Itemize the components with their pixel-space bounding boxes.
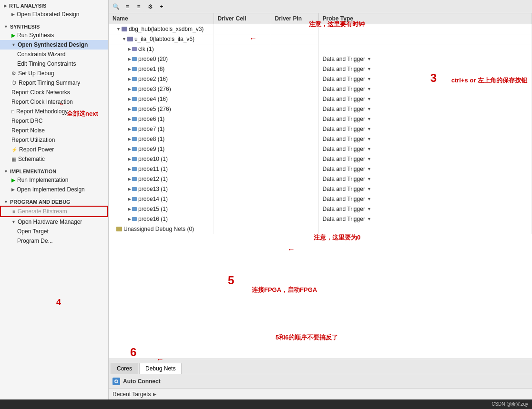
rtl-section-arrow[interactable]: ▶ <box>4 3 7 8</box>
sidebar-item-constraints-wizard[interactable]: Constraints Wizard <box>0 50 108 59</box>
table-row[interactable]: ▶ probe5 (276) Data and Trigger▼ <box>109 104 532 114</box>
dropdown-arrow-icon[interactable]: ▼ <box>367 87 371 91</box>
table-row[interactable]: ▶ probe16 (1) Data and Trigger▼ <box>109 214 532 224</box>
expand-icon[interactable]: ▶ <box>128 167 131 171</box>
recent-targets-label[interactable]: Recent Targets <box>113 391 151 398</box>
expand-icon[interactable]: ▶ <box>128 127 131 131</box>
sidebar-item-run-implementation[interactable]: ▶ Run Implementation <box>0 175 108 185</box>
table-row[interactable]: ▶ probe3 (276) Data and Trigger▼ <box>109 84 532 94</box>
dropdown-arrow-icon[interactable]: ▼ <box>367 197 371 201</box>
sidebar-item-report-timing[interactable]: ⏱ Report Timing Summary <box>0 78 108 88</box>
dropdown-arrow-icon[interactable]: ▼ <box>367 97 371 101</box>
impl-section-arrow[interactable]: ▼ <box>4 169 8 174</box>
prog-section-arrow[interactable]: ▼ <box>4 200 8 204</box>
table-row[interactable]: ▶ probe7 (1) Data and Trigger▼ <box>109 124 532 134</box>
expand-icon[interactable]: ▶ <box>128 197 131 201</box>
sort-button[interactable]: ≡ <box>133 1 144 12</box>
expand-icon[interactable]: ▶ <box>128 217 131 221</box>
expand-icon[interactable]: ▶ <box>128 107 131 111</box>
expand-icon[interactable]: ▶ <box>128 47 131 51</box>
tab-cores[interactable]: Cores <box>111 363 138 374</box>
sidebar-item-report-utilization[interactable]: Report Utilization <box>0 135 108 145</box>
table-row[interactable]: ▶ probe11 (1) Data and Trigger▼ <box>109 164 532 174</box>
dropdown-arrow-icon[interactable]: ▼ <box>367 77 371 81</box>
synthesis-section-arrow[interactable]: ▼ <box>4 24 8 29</box>
sidebar-item-setup-debug[interactable]: ⚙ Set Up Debug <box>0 69 108 78</box>
auto-connect-label[interactable]: Auto Connect <box>123 378 161 385</box>
tab-debug-nets[interactable]: Debug Nets <box>139 363 182 374</box>
filter-button[interactable]: ≡ <box>122 1 133 12</box>
sidebar-item-run-synthesis[interactable]: ▶ Run Synthesis <box>0 30 108 40</box>
expand-icon[interactable]: ▼ <box>116 27 121 31</box>
settings-button[interactable]: ⚙ <box>145 1 155 12</box>
expand-icon[interactable]: ▶ <box>128 97 131 101</box>
table-row[interactable]: ▶ probe2 (16) Data and Trigger▼ <box>109 74 532 84</box>
table-row[interactable]: ▶ probe4 (16) Data and Trigger▼ <box>109 94 532 104</box>
expand-icon[interactable]: ▶ <box>128 67 131 71</box>
dropdown-arrow-icon[interactable]: ▼ <box>367 57 371 61</box>
sidebar-item-edit-timing[interactable]: Edit Timing Constraints <box>0 59 108 69</box>
sidebar-item-schematic[interactable]: ▦ Schematic <box>0 154 108 164</box>
sidebar-item-open-elaborated[interactable]: ▶ Open Elaborated Design <box>0 10 108 19</box>
row-name-cell: ▶ probe15 (1) <box>109 204 214 214</box>
auto-connect-icon <box>113 378 120 385</box>
sidebar-item-report-noise[interactable]: Report Noise <box>0 126 108 135</box>
expand-icon[interactable]: ▶ <box>128 87 131 91</box>
expand-icon[interactable]: ▶ <box>128 117 131 121</box>
table-row[interactable]: ▶ clk (1) <box>109 44 532 54</box>
dropdown-arrow-icon[interactable]: ▼ <box>367 217 371 221</box>
box-icon: □ <box>11 109 14 114</box>
expand-icon[interactable]: ▶ <box>128 177 131 181</box>
probe-type-val: Data and Trigger▼ <box>318 124 532 134</box>
sidebar-item-open-target[interactable]: Open Target <box>0 227 108 236</box>
table-row[interactable]: ▶ probe12 (1) Data and Trigger▼ <box>109 174 532 184</box>
table-row-unassigned[interactable]: Unassigned Debug Nets (0) <box>109 224 532 234</box>
table-row[interactable]: ▶ probe13 (1) Data and Trigger▼ <box>109 184 532 194</box>
dropdown-arrow-icon[interactable]: ▼ <box>367 147 371 151</box>
sidebar-item-report-clock-networks[interactable]: Report Clock Networks <box>0 88 108 97</box>
table-row[interactable]: ▶ probe8 (1) Data and Trigger▼ <box>109 134 532 144</box>
table-row[interactable]: ▶ probe6 (1) Data and Trigger▼ <box>109 114 532 124</box>
table-row[interactable]: ▶ probe9 (1) Data and Trigger▼ <box>109 144 532 154</box>
dropdown-arrow-icon[interactable]: ▼ <box>367 187 371 191</box>
dropdown-arrow-icon[interactable]: ▼ <box>367 207 371 211</box>
table-row[interactable]: ▶ probe0 (20) Data and Trigger ▼ <box>109 54 532 64</box>
sidebar-item-generate-bitstream[interactable]: ■ Generate Bitstream <box>0 206 108 217</box>
dropdown-arrow-icon[interactable]: ▼ <box>367 137 371 141</box>
sidebar-item-report-clock-interaction[interactable]: Report Clock Interaction <box>0 97 108 107</box>
dropdown-arrow-icon[interactable]: ▼ <box>367 127 371 131</box>
sidebar-item-open-synthesized[interactable]: ▼ Open Synthesized Design <box>0 40 108 50</box>
expand-icon[interactable]: ▼ <box>122 37 126 41</box>
clock-icon: ⏱ <box>11 80 17 86</box>
dropdown-arrow-icon[interactable]: ▼ <box>367 177 371 181</box>
table-row[interactable]: ▶ probe15 (1) Data and Trigger▼ <box>109 204 532 214</box>
sidebar-item-program-device[interactable]: Program De... <box>0 236 108 246</box>
dropdown-arrow-icon[interactable]: ▼ <box>367 167 371 171</box>
search-button[interactable]: 🔍 <box>111 1 121 12</box>
sidebar-item-report-drc[interactable]: Report DRC <box>0 116 108 126</box>
table-row[interactable]: ▶ probe10 (1) Data and Trigger▼ <box>109 154 532 164</box>
expand-icon[interactable]: ▶ <box>128 147 131 151</box>
expand-icon[interactable]: ▶ <box>128 207 131 211</box>
table-row[interactable]: ▶ probe1 (8) Data and Trigger▼ <box>109 64 532 74</box>
expand-icon[interactable]: ▶ <box>128 137 131 141</box>
sidebar-item-open-hw-manager[interactable]: ▼ Open Hardware Manager <box>0 217 108 227</box>
sidebar-item-open-implemented[interactable]: ▶ Open Implemented Design <box>0 185 108 194</box>
dropdown-arrow-icon[interactable]: ▼ <box>367 117 371 121</box>
table-row[interactable]: ▼ dbg_hub(labtools_xsdbm_v3) <box>109 24 532 34</box>
table-row[interactable]: ▶ probe14 (1) Data and Trigger▼ <box>109 194 532 204</box>
expand-icon[interactable]: ▶ <box>128 157 131 161</box>
expand-icon[interactable]: ▶ <box>128 77 131 81</box>
row-name-cell: ▼ u_ila_0(labtools_ila_v6) <box>109 34 214 44</box>
expand-icon[interactable]: ▶ <box>128 187 131 191</box>
dropdown-arrow-icon[interactable]: ▼ <box>367 107 371 111</box>
dropdown-arrow-icon[interactable]: ▼ <box>367 67 371 71</box>
sidebar-item-report-power[interactable]: ⚡ Report Power <box>0 145 108 154</box>
row-name: Unassigned Debug Nets (0) <box>123 226 194 232</box>
probe-icon <box>132 177 137 181</box>
dropdown-arrow-icon[interactable]: ▼ <box>367 157 371 161</box>
expand-icon[interactable]: ▶ <box>128 57 131 61</box>
table-row[interactable]: ▼ u_ila_0(labtools_ila_v6) <box>109 34 532 44</box>
sidebar-item-report-methodology[interactable]: □ Report Methodology <box>0 107 108 116</box>
add-button[interactable]: + <box>156 1 167 12</box>
